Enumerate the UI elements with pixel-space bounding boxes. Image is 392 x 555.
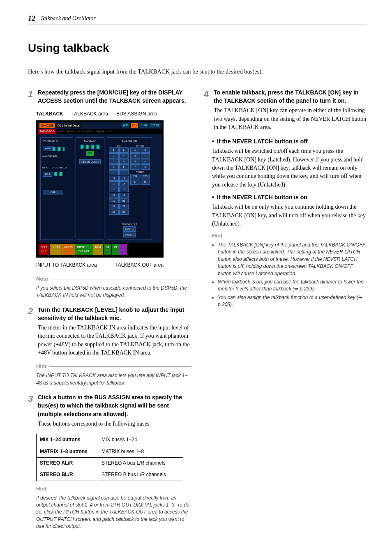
step-body: The TALKBACK [ON] key can operate in eit… xyxy=(214,106,367,131)
header-chapter: Talkback and Oscillator xyxy=(40,14,96,23)
meter-icon xyxy=(53,147,65,151)
table-row: MIX 1–24 buttonsMIX buses 1–24 xyxy=(37,434,183,446)
hint-item: The TALKBACK [ON] key of the panel and t… xyxy=(218,242,367,277)
step-body: The meter in the TALKBACK IN area indica… xyxy=(38,324,191,357)
label-talkback: TALKBACK xyxy=(36,111,63,117)
subsection-body: Talkback will be switched on/off each ti… xyxy=(212,147,367,189)
label-input-to-talkback: INPUT TO TALKBACK area xyxy=(36,262,97,269)
note-heading: Note xyxy=(36,275,191,283)
note-body: If you select the DSP5D when cascade-con… xyxy=(36,285,191,299)
step-heading: Turn the TALKBACK [LEVEL] knob to adjust… xyxy=(38,306,191,322)
step-2: 2 Turn the TALKBACK [LEVEL] knob to adju… xyxy=(28,306,191,357)
hint-body: The TALKBACK [ON] key of the panel and t… xyxy=(212,242,367,309)
step-number: 2 xyxy=(28,305,33,318)
page-header: 12 Talkback and Oscillator xyxy=(28,13,367,25)
intro-text: Here's how the talkback signal input fro… xyxy=(28,67,367,76)
hint-item: When talkback is on, you can use the tal… xyxy=(218,279,367,293)
step-number: 4 xyxy=(204,88,209,101)
step-body: These buttons correspond to the followin… xyxy=(38,420,191,428)
screenshot-bottom-labels: INPUT TO TALKBACK area TALKBACK OUT area xyxy=(36,262,164,269)
oncue-icon: ON/CUE xyxy=(39,123,55,129)
step-3: 3 Click a button in the BUS ASSIGN area … xyxy=(28,393,191,428)
label-talkback-out: TALKBACK OUT area xyxy=(115,262,164,269)
table-row: STEREO BL/RSTEREO B bus L/R channels xyxy=(37,469,183,481)
label-bus-assign-area: BUS ASSIGN area xyxy=(116,111,157,117)
hint-item: You can also assign the talkback functio… xyxy=(218,294,367,309)
hint-heading: Hint xyxy=(212,232,367,240)
bus-table: MIX 1–24 buttonsMIX buses 1–24 MATRIX 1–… xyxy=(36,434,183,481)
meter-icon xyxy=(53,172,64,176)
step-heading: Click a button in the BUS ASSIGN area to… xyxy=(38,393,191,418)
hint-body: The INPUT TO TALKBACK area also lets you… xyxy=(36,372,191,387)
talkback-screen-image: ON/CUE 001 Initial Data 48k CH 1-24 ST I… xyxy=(36,120,164,258)
arrow-icon: ➥ xyxy=(358,295,362,300)
step-number: 3 xyxy=(28,392,33,405)
screenshot-top-labels: TALKBACK TALKBACK area BUS ASSIGN area xyxy=(36,111,191,117)
step-1: 1 Repeatedly press the [MON/CUE] key of … xyxy=(28,88,191,105)
subsection-never-latch-on: If the NEVER LATCH button is on xyxy=(212,193,367,201)
hint-heading: Hint xyxy=(36,363,191,371)
page-title: Using talkback xyxy=(28,40,367,57)
meter-icon xyxy=(80,145,100,149)
subsection-never-latch-off: If the NEVER LATCH button is off xyxy=(212,137,367,145)
subsection-body: Talkback will be on only while you conti… xyxy=(212,203,367,228)
table-row: STEREO AL/RSTEREO A bus L/R channels xyxy=(37,457,183,469)
table-row: MATRIX 1–8 buttonsMATRIX buses 1–8 xyxy=(37,446,183,457)
hint-heading: Hint xyxy=(36,485,191,493)
step-number: 1 xyxy=(28,88,33,101)
hint-body: If desired, the talkback signal can also… xyxy=(36,495,191,530)
arrow-icon: ➥ xyxy=(294,286,298,292)
step-4: 4 To enable talkback, press the TALKBACK… xyxy=(204,88,367,131)
step-heading: Repeatedly press the [MON/CUE] key of th… xyxy=(38,88,191,105)
label-talkback-area: TALKBACK area xyxy=(71,111,108,117)
header-page-num: 12 xyxy=(28,13,35,24)
step-heading: To enable talkback, press the TALKBACK [… xyxy=(214,88,367,105)
